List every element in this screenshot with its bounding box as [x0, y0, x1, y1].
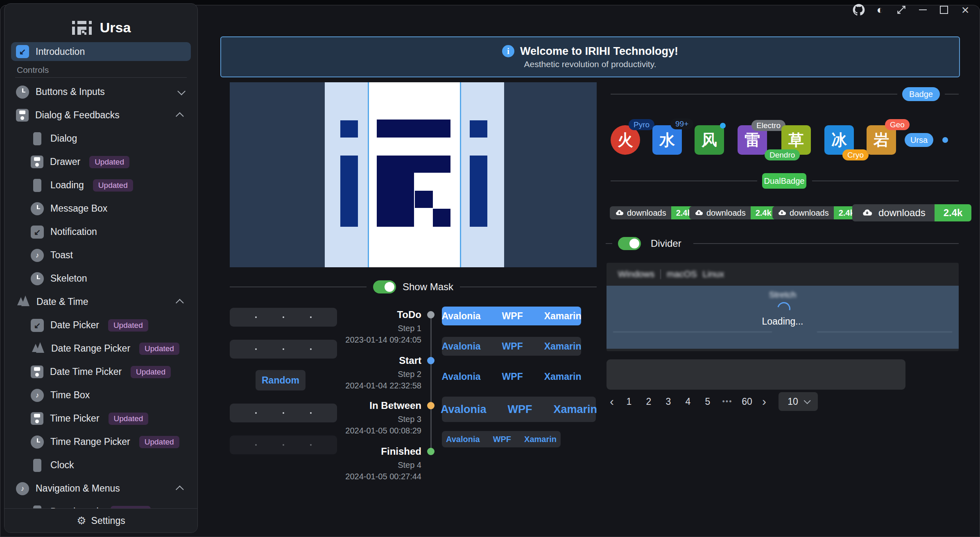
timeline-step-time: 2024-01-04 22:32:58 — [345, 381, 421, 390]
sidebar-item-toast[interactable]: ♪ Toast — [11, 244, 191, 267]
sidebar-item-time-box[interactable]: ♪ Time Box — [11, 384, 191, 407]
github-icon[interactable] — [851, 2, 866, 17]
xamarin-button[interactable]: Xamarin — [534, 311, 592, 322]
sidebar-item-date-range-picker[interactable]: Date Range Picker Updated — [11, 337, 191, 360]
button-group-small: Avalonia WPF Xamarin — [442, 431, 561, 447]
sidebar-item-dialog[interactable]: Dialog — [11, 127, 191, 150]
wpf-button[interactable]: WPF — [487, 435, 518, 444]
sidebar-item-skeleton[interactable]: Skeleton — [11, 267, 191, 290]
wpf-button[interactable]: WPF — [491, 371, 534, 382]
tab-windows[interactable]: Windows — [612, 269, 660, 280]
divider-line — [693, 243, 959, 244]
sidebar-item-introduction[interactable]: ↙ Introduction — [11, 42, 191, 61]
sidebar-item-date-time[interactable]: Date & Time — [11, 290, 191, 314]
close-button[interactable]: × — [958, 2, 973, 17]
sidebar-item-time-range-picker[interactable]: Time Range Picker Updated — [11, 430, 191, 454]
divider-line — [611, 181, 757, 181]
theme-toggle-icon[interactable]: ◐ — [873, 2, 887, 17]
sidebar-item-time-picker[interactable]: Time Picker Updated — [11, 407, 191, 430]
tab-linux[interactable]: Linux — [703, 269, 730, 280]
minimize-button[interactable] — [915, 2, 930, 17]
badge-tile-hydro: 水 — [652, 125, 682, 155]
downloads-dual-badge[interactable]: downloads 2.4k — [689, 206, 776, 219]
avalonia-button[interactable]: Avalonia — [431, 311, 491, 322]
prev-page-button[interactable]: ‹ — [606, 393, 618, 411]
wpf-button[interactable]: WPF — [491, 341, 534, 352]
banner-subtitle: Aesthetic revolution of productivity. — [524, 59, 656, 69]
sidebar-item-navigation-menus[interactable]: ♪ Navigation & Menus — [11, 477, 191, 500]
badge-divider-pill: Badge — [902, 87, 940, 101]
timeline-dot — [427, 357, 435, 364]
divider-toggle[interactable] — [618, 237, 641, 250]
logo-pixel — [414, 156, 450, 173]
ursa-badge: Ursa — [905, 133, 933, 147]
downloads-dual-badge[interactable]: downloads 2.4k — [772, 206, 860, 219]
show-mask-label: Show Mask — [403, 281, 453, 293]
page-size-select[interactable]: 10 — [779, 392, 818, 411]
pagination-ellipsis[interactable]: ••• — [719, 393, 736, 411]
chevron-down-icon — [177, 87, 186, 95]
page-button-2[interactable]: 2 — [640, 393, 657, 411]
music-note-icon: ♪ — [31, 389, 44, 402]
updated-badge: Updated — [139, 343, 179, 355]
sidebar-item-clock[interactable]: Clock — [11, 454, 191, 477]
xamarin-button[interactable]: Xamarin — [518, 435, 563, 444]
sidebar-item-notification[interactable]: ↙ Notification — [11, 220, 191, 244]
sidebar-item-drawer[interactable]: Drawer Updated — [11, 150, 191, 174]
divider-label: Divider — [651, 238, 681, 249]
timeline-dot — [427, 448, 435, 455]
banner-title: Welcome to IRIHI Technology! — [520, 45, 678, 58]
page-button-3[interactable]: 3 — [660, 393, 677, 411]
button-group-large: Avalonia WPF Xamarin — [442, 397, 596, 422]
downloads-dual-badge[interactable]: downloads 2.4k — [610, 206, 697, 219]
pyro-badge: Pyro — [629, 119, 654, 130]
music-note-icon: ♪ — [16, 482, 29, 495]
dendro-badge: Dendro — [765, 149, 800, 160]
avalonia-button[interactable]: Avalonia — [439, 435, 487, 444]
floppy-icon — [16, 109, 29, 122]
logo-pixel — [340, 120, 358, 138]
sidebar-item-dialog-feedbacks[interactable]: Dialog & Feedbacks — [11, 104, 191, 127]
chevron-up-icon — [176, 485, 184, 494]
timeline-step-subtitle: Step 1 — [398, 324, 421, 333]
loading-mask-content: Stretch Loading... — [607, 286, 959, 349]
arrow-square-icon: ↙ — [16, 45, 29, 58]
wpf-button[interactable]: WPF — [497, 403, 543, 416]
timeline-step-title: In Between — [369, 400, 421, 411]
floppy-icon — [31, 366, 43, 378]
mask-guide-line — [368, 82, 369, 267]
page-button-5[interactable]: 5 — [699, 393, 716, 411]
xamarin-button[interactable]: Xamarin — [534, 341, 592, 352]
avalonia-button[interactable]: Avalonia — [430, 403, 497, 416]
sidebar-item-message-box[interactable]: Message Box — [11, 197, 191, 220]
timeline-step-time: 2024-01-05 00:27:44 — [345, 472, 421, 481]
sidebar-item-date-time-picker[interactable]: Date Time Picker Updated — [11, 360, 191, 384]
xamarin-button[interactable]: Xamarin — [534, 371, 592, 382]
page-button-1[interactable]: 1 — [620, 393, 638, 411]
show-mask-row: Show Mask — [230, 279, 597, 295]
maximize-button[interactable] — [937, 2, 951, 17]
avalonia-button[interactable]: Avalonia — [431, 371, 491, 382]
next-page-button[interactable]: › — [758, 393, 770, 411]
empty-input-box[interactable] — [607, 359, 905, 390]
show-mask-toggle[interactable] — [373, 280, 396, 293]
settings-button[interactable]: ⚙ Settings — [5, 508, 197, 532]
tree-icon — [31, 342, 45, 355]
info-icon: i — [502, 45, 514, 57]
expand-icon[interactable] — [894, 2, 909, 17]
downloads-dual-badge-large[interactable]: downloads 2.4k — [852, 204, 971, 221]
sidebar-item-buttons-inputs[interactable]: Buttons & Inputs — [11, 80, 191, 104]
sidebar-item-loading[interactable]: Loading Updated — [11, 174, 191, 197]
page-button-4[interactable]: 4 — [679, 393, 697, 411]
sidebar-divider — [15, 77, 187, 78]
wpf-button[interactable]: WPF — [491, 311, 534, 322]
xamarin-button[interactable]: Xamarin — [543, 403, 608, 416]
avalonia-button[interactable]: Avalonia — [431, 341, 491, 352]
sidebar-item-date-picker[interactable]: ↙ Date Picker Updated — [11, 314, 191, 337]
chevron-up-icon — [176, 299, 184, 307]
tab-macos[interactable]: macOS — [661, 269, 702, 280]
arrow-square-icon: ↙ — [31, 226, 44, 239]
page-button-60[interactable]: 60 — [738, 393, 756, 411]
clock-icon — [31, 202, 44, 215]
logo-band-dark-right — [504, 82, 597, 267]
